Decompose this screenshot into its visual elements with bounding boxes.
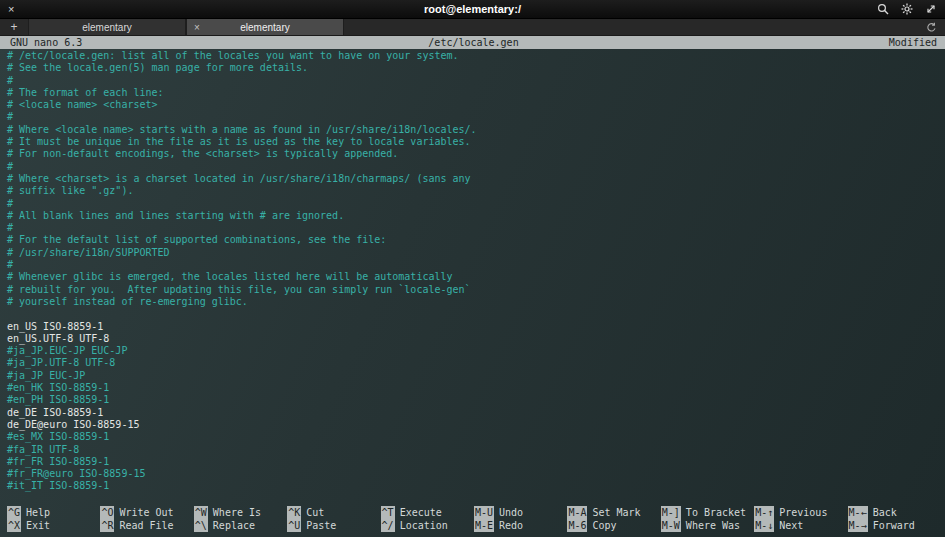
gear-icon[interactable] bbox=[901, 3, 913, 15]
editor-line: de_DE@euro ISO-8859-15 bbox=[7, 419, 945, 431]
shortcut-key-badge: M-↓ bbox=[754, 519, 774, 532]
editor-line: # bbox=[7, 222, 945, 234]
close-window-icon[interactable]: × bbox=[8, 4, 22, 15]
nano-shortcut: M-↓Next bbox=[754, 519, 847, 532]
editor-line: # Where <charset> is a charset located i… bbox=[7, 173, 945, 185]
search-icon[interactable] bbox=[877, 3, 889, 15]
shortcut-column: M-↑PreviousM-↓Next bbox=[754, 506, 847, 532]
terminal-view: GNU nano 6.3 /etc/locale.gen Modified # … bbox=[0, 36, 945, 537]
shortcut-label: Next bbox=[779, 520, 803, 531]
editor-line: # <locale name> <charset> bbox=[7, 99, 945, 111]
tab-elementary-1[interactable]: elementary bbox=[28, 19, 186, 35]
nano-shortcut: ^\Replace bbox=[194, 519, 287, 532]
editor-line: # For the default list of supported comb… bbox=[7, 234, 945, 246]
shortcut-label: Location bbox=[400, 520, 448, 531]
tab-label: elementary bbox=[82, 22, 131, 33]
editor-line: #en_PH ISO-8859-1 bbox=[7, 394, 945, 406]
shortcut-key-badge: M-] bbox=[661, 506, 681, 519]
editor-line: # bbox=[7, 111, 945, 123]
editor-line: #ja_JP EUC-JP bbox=[7, 370, 945, 382]
nano-shortcut: ^UPaste bbox=[287, 519, 380, 532]
shortcut-key-badge: M-6 bbox=[567, 519, 587, 532]
editor-line: #fa_IR UTF-8 bbox=[7, 444, 945, 456]
shortcut-label: Read File bbox=[119, 520, 173, 531]
tab-elementary-2[interactable]: × elementary bbox=[186, 19, 344, 35]
shortcut-key-badge: ^G bbox=[7, 506, 21, 519]
nano-shortcut: ^WWhere Is bbox=[194, 506, 287, 519]
nano-shortcut: M-UUndo bbox=[474, 506, 567, 519]
shortcut-key-badge: M-W bbox=[661, 519, 681, 532]
nano-shortcut: ^KCut bbox=[287, 506, 380, 519]
editor-line: # suffix like ".gz"). bbox=[7, 185, 945, 197]
tab-bar: + elementary × elementary bbox=[0, 19, 945, 36]
shortcut-label: Undo bbox=[499, 507, 523, 518]
editor-line: #en_HK ISO-8859-1 bbox=[7, 382, 945, 394]
shortcut-label: To Bracket bbox=[686, 507, 746, 518]
shortcut-key-badge: M-E bbox=[474, 519, 494, 532]
editor-line: # All blank lines and lines starting wit… bbox=[7, 210, 945, 222]
shortcut-column: M-←BackM-→Forward bbox=[848, 506, 941, 532]
nano-version: GNU nano 6.3 bbox=[0, 36, 428, 49]
nano-shortcut: ^OWrite Out bbox=[100, 506, 193, 519]
shortcut-label: Forward bbox=[873, 520, 915, 531]
shortcut-column: M-]To BracketM-WWhere Was bbox=[661, 506, 754, 532]
editor-line: #ja_JP.EUC-JP EUC-JP bbox=[7, 345, 945, 357]
shortcut-column: ^OWrite Out^RRead File bbox=[100, 506, 193, 532]
nano-shortcut: M-WWhere Was bbox=[661, 519, 754, 532]
tab-close-icon[interactable]: × bbox=[194, 19, 200, 35]
nano-shortcut: M-6Copy bbox=[567, 519, 660, 532]
shortcut-label: Previous bbox=[779, 507, 827, 518]
nano-shortcut: ^TExecute bbox=[381, 506, 474, 519]
editor-line: # /usr/share/i18n/SUPPORTED bbox=[7, 247, 945, 259]
nano-shortcut: M-]To Bracket bbox=[661, 506, 754, 519]
window-title: root@elementary:/ bbox=[0, 3, 945, 15]
editor-line: #es_MX ISO-8859-1 bbox=[7, 431, 945, 443]
editor-line: # /etc/locale.gen: list all of the local… bbox=[7, 50, 945, 62]
nano-shortcut: M-↑Previous bbox=[754, 506, 847, 519]
shortcut-label: Redo bbox=[499, 520, 523, 531]
shortcut-key-badge: ^/ bbox=[381, 519, 395, 532]
editor-line: # See the locale.gen(5) man page for mor… bbox=[7, 62, 945, 74]
shortcut-key-badge: ^K bbox=[287, 506, 301, 519]
nano-shortcut: M-→Forward bbox=[848, 519, 941, 532]
new-tab-button[interactable]: + bbox=[0, 19, 28, 35]
shortcut-key-badge: M-A bbox=[567, 506, 587, 519]
shortcut-column: ^GHelp^XExit bbox=[7, 506, 100, 532]
editor-line: # For non-default encodings, the <charse… bbox=[7, 148, 945, 160]
shortcut-key-badge: M-→ bbox=[848, 519, 868, 532]
terminal-window: × root@elementary:/ bbox=[0, 0, 945, 537]
nano-filename: /etc/locale.gen bbox=[428, 36, 518, 49]
shortcut-column: ^TExecute^/Location bbox=[381, 506, 474, 532]
shortcut-column: ^WWhere Is^\Replace bbox=[194, 506, 287, 532]
shortcut-label: Execute bbox=[400, 507, 442, 518]
editor-content[interactable]: # /etc/locale.gen: list all of the local… bbox=[0, 49, 945, 506]
shortcut-column: M-UUndoM-ERedo bbox=[474, 506, 567, 532]
shortcut-label: Where Is bbox=[213, 507, 261, 518]
nano-shortcut: ^RRead File bbox=[100, 519, 193, 532]
shortcut-key-badge: ^\ bbox=[194, 519, 208, 532]
nano-shortcut: M-←Back bbox=[848, 506, 941, 519]
shortcut-label: Where Was bbox=[686, 520, 740, 531]
shortcut-key-badge: ^T bbox=[381, 506, 395, 519]
shortcut-bar: ^GHelp^XExit^OWrite Out^RRead File^WWher… bbox=[0, 506, 945, 537]
nano-shortcut: ^GHelp bbox=[7, 506, 100, 519]
nano-shortcut: ^XExit bbox=[7, 519, 100, 532]
window-headerbar: × root@elementary:/ bbox=[0, 0, 945, 19]
nano-shortcut: M-ERedo bbox=[474, 519, 567, 532]
shortcut-key-badge: ^X bbox=[7, 519, 21, 532]
editor-line: #it_IT ISO-8859-1 bbox=[7, 480, 945, 492]
editor-line: # It must be unique in the file as it is… bbox=[7, 136, 945, 148]
restore-tab-icon[interactable] bbox=[926, 19, 945, 35]
editor-line: en_US ISO-8859-1 bbox=[7, 321, 945, 333]
tab-label: elementary bbox=[240, 22, 289, 33]
nano-modified-status: Modified bbox=[519, 36, 945, 49]
editor-line: # bbox=[7, 75, 945, 87]
nano-shortcut: M-ASet Mark bbox=[567, 506, 660, 519]
shortcut-label: Paste bbox=[306, 520, 336, 531]
nano-titlebar: GNU nano 6.3 /etc/locale.gen Modified bbox=[0, 36, 945, 49]
fullscreen-icon[interactable] bbox=[925, 3, 937, 15]
editor-line: #fr_FR ISO-8859-1 bbox=[7, 456, 945, 468]
shortcut-label: Cut bbox=[306, 507, 324, 518]
editor-line: #fr_FR@euro ISO-8859-15 bbox=[7, 468, 945, 480]
shortcut-label: Help bbox=[26, 507, 50, 518]
